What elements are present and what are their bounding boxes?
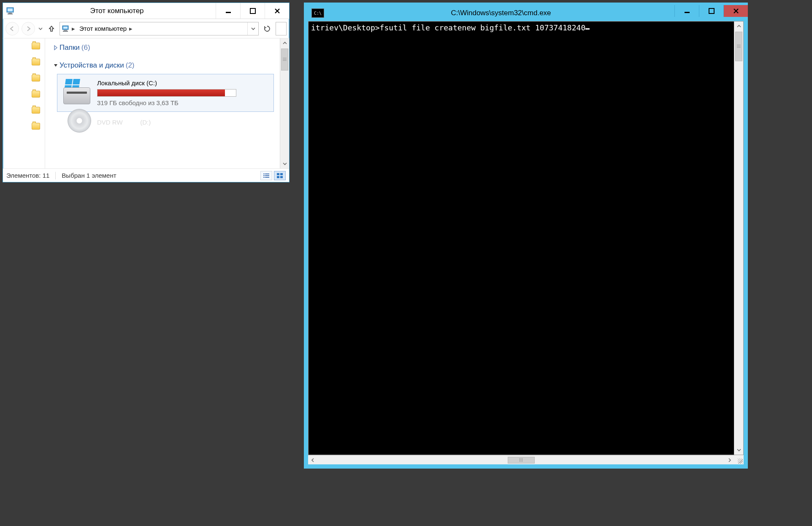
close-button[interactable] — [723, 5, 748, 17]
search-box[interactable] — [276, 22, 287, 35]
up-button[interactable] — [46, 23, 57, 34]
cmd-horizontal-scrollbar[interactable] — [308, 455, 734, 464]
scroll-left-button[interactable] — [308, 456, 317, 464]
explorer-statusbar: Элементов: 11 Выбран 1 элемент — [3, 168, 289, 182]
cmd-titlebar[interactable]: C:\ C:\Windows\system32\cmd.exe — [308, 7, 744, 19]
cmd-window: C:\ C:\Windows\system32\cmd.exe itriev\D… — [304, 3, 748, 469]
recent-locations-button[interactable] — [38, 27, 43, 31]
group-folders[interactable]: Папки (6) — [45, 42, 289, 54]
folder-icon[interactable] — [32, 91, 40, 98]
cmd-vertical-scrollbar[interactable] — [734, 22, 743, 455]
svg-rect-16 — [263, 177, 265, 178]
group-devices[interactable]: Устройства и диски (2) — [45, 60, 289, 71]
svg-line-7 — [275, 9, 279, 13]
svg-rect-10 — [64, 30, 67, 31]
svg-rect-15 — [265, 175, 269, 176]
svg-rect-5 — [250, 8, 255, 14]
minimize-button[interactable] — [674, 5, 699, 17]
scroll-down-button[interactable] — [280, 159, 289, 168]
svg-rect-22 — [685, 12, 690, 13]
svg-rect-23 — [709, 8, 714, 14]
scroll-right-button[interactable] — [725, 456, 734, 464]
scroll-up-button[interactable] — [280, 38, 289, 48]
address-dropdown[interactable] — [247, 22, 258, 35]
chevron-right-icon — [53, 45, 59, 50]
folder-icon[interactable] — [32, 123, 40, 130]
group-devices-label: Устройства и диски — [60, 61, 124, 70]
dvd-drive-icon — [61, 115, 93, 129]
hard-drive-icon — [61, 78, 93, 108]
drive-c-usage-bar — [97, 89, 236, 97]
svg-rect-13 — [265, 174, 269, 174]
explorer-window: Этот компьютер ▸ Этот компьютер ▸ — [3, 3, 290, 182]
scrollbar-thumb[interactable] — [735, 32, 742, 61]
drive-d-name: DVD RW (D:) — [97, 119, 151, 126]
folder-icon[interactable] — [32, 43, 40, 49]
folder-icon[interactable] — [32, 75, 40, 81]
cmd-line: itriev\Desktop>fsutil file createnew big… — [311, 23, 585, 32]
svg-rect-11 — [63, 31, 68, 32]
cmd-icon: C:\ — [311, 8, 324, 18]
address-bar[interactable]: ▸ Этот компьютер ▸ — [60, 22, 259, 35]
group-folders-label: Папки — [60, 43, 80, 52]
resize-grip[interactable] — [734, 455, 744, 464]
svg-rect-2 — [8, 13, 12, 14]
maximize-button[interactable] — [240, 3, 265, 19]
cmd-terminal[interactable]: itriev\Desktop>fsutil file createnew big… — [309, 22, 734, 455]
drive-c-item[interactable]: Локальный диск (C:) 319 ГБ свободно из 3… — [57, 74, 274, 112]
close-button[interactable] — [265, 3, 289, 19]
svg-rect-20 — [277, 176, 279, 178]
explorer-title: Этот компьютер — [18, 7, 216, 15]
svg-rect-14 — [263, 175, 265, 176]
scroll-down-button[interactable] — [734, 445, 743, 455]
svg-rect-12 — [263, 174, 265, 174]
computer-icon — [3, 7, 18, 15]
status-item-count: Элементов: 11 — [6, 172, 49, 179]
folder-icon[interactable] — [32, 59, 40, 65]
status-selected-count: Выбран 1 элемент — [62, 172, 116, 179]
explorer-navbar: ▸ Этот компьютер ▸ — [3, 19, 289, 38]
svg-rect-21 — [280, 176, 283, 178]
explorer-content: Папки (6) Устройства и диски (2) Локальн… — [45, 38, 289, 168]
svg-rect-4 — [226, 12, 231, 13]
chevron-right-icon[interactable]: ▸ — [129, 22, 135, 35]
chevron-down-icon — [53, 63, 59, 68]
explorer-titlebar[interactable]: Этот компьютер — [3, 3, 289, 19]
explorer-vertical-scrollbar[interactable] — [280, 38, 289, 168]
scrollbar-thumb[interactable] — [508, 457, 535, 464]
breadcrumb-this-pc[interactable]: Этот компьютер — [78, 22, 129, 35]
scrollbar-thumb[interactable] — [281, 49, 288, 70]
maximize-button[interactable] — [699, 5, 723, 17]
drive-c-name: Локальный диск (C:) — [97, 79, 270, 87]
svg-rect-17 — [265, 177, 269, 178]
svg-rect-9 — [63, 27, 68, 29]
chevron-right-icon[interactable]: ▸ — [72, 22, 78, 35]
group-devices-count: (2) — [126, 61, 135, 70]
tiles-view-button[interactable] — [274, 171, 286, 180]
minimize-button[interactable] — [216, 3, 240, 19]
svg-rect-19 — [280, 173, 283, 175]
computer-icon — [60, 22, 72, 35]
forward-button[interactable] — [22, 22, 35, 35]
svg-rect-18 — [277, 173, 279, 175]
svg-rect-1 — [8, 8, 13, 11]
group-folders-count: (6) — [81, 43, 90, 52]
back-button[interactable] — [5, 22, 19, 35]
explorer-sidebar — [3, 38, 45, 168]
svg-line-6 — [275, 9, 279, 13]
drive-c-free-text: 319 ГБ свободно из 3,63 ТБ — [97, 99, 270, 106]
details-view-button[interactable] — [260, 171, 272, 180]
scroll-up-button[interactable] — [734, 22, 743, 31]
cmd-cursor — [585, 28, 590, 30]
refresh-button[interactable] — [261, 22, 273, 35]
svg-rect-3 — [8, 14, 13, 14]
cmd-title: C:\Windows\system32\cmd.exe — [328, 9, 674, 17]
drive-d-item[interactable]: DVD RW (D:) — [57, 114, 274, 130]
folder-icon[interactable] — [32, 107, 40, 114]
